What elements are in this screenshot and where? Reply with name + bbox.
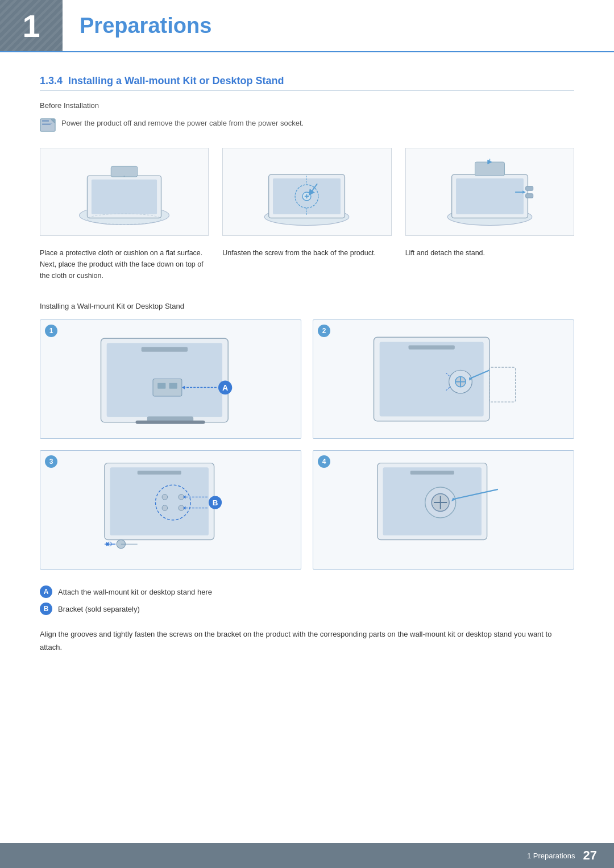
diagram-svg-1: A [56,327,285,431]
caption-3: Lift and detach the stand. [405,247,574,281]
svg-rect-9 [111,167,137,177]
legend-row: A Attach the wall-mount kit or desktop s… [40,585,574,615]
diagram-box-4: 4 [313,450,574,570]
note-icon [40,118,56,132]
svg-rect-45 [409,346,455,350]
bottom-text: Align the grooves and tightly fasten the… [40,628,574,654]
chapter-number: 1 [0,0,63,51]
three-images-row [40,148,574,236]
diagram-detach [418,155,561,229]
svg-point-61 [163,505,168,511]
image-box-2 [222,148,391,236]
svg-rect-54 [489,368,516,402]
legend-badge-b: B [40,603,52,615]
svg-rect-24 [456,178,524,214]
svg-rect-36 [169,383,177,389]
svg-text:O: O [107,541,112,548]
before-installation-label: Before Installation [40,101,574,110]
svg-text:B: B [213,499,218,507]
svg-rect-26 [525,194,533,198]
caption-row: Place a protective cloth or cushion on a… [40,247,574,281]
diagram-svg-3: B O [56,458,285,562]
legend-text-a: Attach the wall-mount kit or desktop sta… [58,588,212,596]
diagram-num-1: 1 [45,325,57,337]
diagram-num-4: 4 [318,455,330,468]
diagram-svg-2 [329,327,558,431]
chapter-title-area: Preparations [63,0,229,51]
diagram-cloth [53,155,196,229]
caption-2: Unfasten the screw from the back of the … [222,247,391,281]
diagram-box-1: 1 A [40,319,301,439]
diagram-screw [235,155,378,229]
diagram-num-3: 3 [45,455,57,468]
footer-section-label: 1 Preparations [527,852,575,860]
svg-rect-25 [525,186,533,190]
diagram-svg-4 [329,458,558,562]
svg-rect-33 [142,347,188,352]
chapter-header: 1 Preparations [0,0,614,52]
image-box-3 [405,148,574,236]
footer: 1 Preparations 27 [0,843,614,868]
legend-item-b: B Bracket (sold separately) [40,603,574,615]
svg-text:A: A [222,383,228,392]
svg-rect-1 [42,121,49,122]
svg-rect-2 [42,123,52,123]
legend-badge-a: A [40,585,52,598]
svg-rect-3 [42,124,51,125]
installing-label: Installing a Wall-mount Kit or Desktop S… [40,302,574,310]
svg-rect-56 [110,468,209,535]
legend-item-a: A Attach the wall-mount kit or desktop s… [40,585,574,598]
footer-page-number: 27 [583,848,597,863]
svg-point-59 [163,495,168,500]
diagram-num-2: 2 [318,325,330,337]
section-heading: 1.3.4 Installing a Wall-mount Kit or Des… [40,75,574,91]
note-text: Power the product off and remove the pow… [61,118,304,129]
diagram-box-3: 3 B [40,450,301,570]
note-box: Power the product off and remove the pow… [40,118,574,132]
legend-text-b: Bracket (sold separately) [58,605,140,613]
svg-rect-35 [158,383,166,389]
svg-rect-42 [136,421,205,424]
svg-rect-57 [138,471,181,475]
four-diagrams-grid: 1 A [40,319,574,570]
svg-rect-34 [153,379,182,397]
chapter-title: Preparations [80,14,211,38]
diagram-box-2: 2 [313,319,574,439]
svg-rect-8 [92,180,157,214]
image-box-1 [40,148,209,236]
svg-rect-76 [410,471,454,475]
caption-1: Place a protective cloth or cushion on a… [40,247,209,281]
svg-rect-29 [475,162,504,176]
main-content: 1.3.4 Installing a Wall-mount Kit or Des… [0,75,614,722]
